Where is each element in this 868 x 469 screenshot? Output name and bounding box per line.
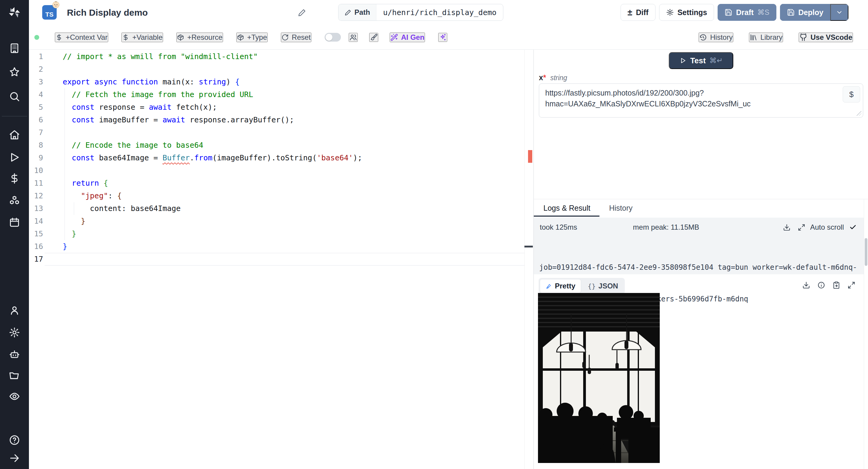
code-text: } — [63, 215, 85, 227]
code-line[interactable]: 6 const imageBuffer = await response.arr… — [29, 114, 533, 126]
download-result-icon[interactable] — [802, 281, 810, 289]
header-actions: ± Diff Settings Draft ⌘S Deploy — [621, 4, 848, 21]
tab-history[interactable]: History — [609, 199, 632, 216]
argument-input[interactable]: https://fastly.picsum.photos/id/192/200/… — [539, 84, 863, 118]
code-line[interactable]: 17 — [29, 253, 533, 265]
logs-container: took 125ms mem peak: 11.15MB Auto scroll… — [534, 218, 864, 274]
line-number: 10 — [29, 164, 43, 177]
code-line[interactable]: 1// import * as wmill from "windmill-cli… — [29, 50, 533, 63]
settings-gear-icon[interactable] — [9, 327, 20, 338]
code-text: // Fetch the image from the provided URL — [63, 88, 253, 101]
code-line[interactable]: 15 } — [29, 227, 533, 240]
code-line[interactable]: 2 — [29, 63, 533, 76]
script-path-chip[interactable]: Path u/henri/rich_display_demo — [338, 4, 503, 21]
code-line[interactable]: 12 "jpeg": { — [29, 190, 533, 202]
expand-logs-icon[interactable] — [798, 224, 805, 231]
info-icon[interactable] — [817, 281, 825, 289]
panel-scrollbar-track — [864, 199, 864, 469]
code-line[interactable]: 5 const response = await fetch(x); — [29, 101, 533, 114]
resize-grip[interactable] — [857, 111, 861, 116]
context-var-label: +Context Var — [66, 33, 107, 41]
panel-scrollbar-thumb[interactable] — [865, 238, 867, 266]
add-resource-button[interactable]: +Resource — [176, 33, 223, 42]
multiplayer-button[interactable] — [349, 33, 358, 42]
code-line[interactable]: 4 // Fetch the image from the provided U… — [29, 88, 533, 101]
code-line[interactable]: 14 } — [29, 215, 533, 227]
code-text: return { — [63, 177, 108, 190]
folders-icon[interactable] — [9, 370, 20, 381]
code-line[interactable]: 8 // Encode the image to base64 — [29, 139, 533, 152]
code-line[interactable]: 9 const base64Image = Buffer.from(imageB… — [29, 152, 533, 164]
settings-label: Settings — [678, 8, 707, 17]
home-icon[interactable] — [9, 129, 20, 141]
code-text: // Encode the image to base64 — [63, 139, 204, 152]
reset-button[interactable]: Reset — [281, 33, 311, 42]
code-line[interactable]: 3export async function main(x: string) { — [29, 76, 533, 88]
variables-dollar-icon[interactable] — [9, 173, 20, 184]
path-value: u/henri/rich_display_demo — [376, 4, 503, 21]
code-line[interactable]: 10 — [29, 164, 533, 177]
code-text: } — [63, 227, 76, 240]
test-button[interactable]: Test ⌘↵ — [669, 52, 733, 69]
deploy-dropdown-button[interactable] — [830, 4, 848, 21]
result-image[interactable] — [538, 293, 660, 463]
variable-label: +Variable — [132, 33, 162, 41]
ai-gen-button[interactable]: AI Gen — [390, 33, 425, 42]
copy-clipboard-icon[interactable] — [832, 281, 840, 289]
type-label: +Type — [247, 33, 267, 41]
diff-button[interactable]: ± Diff — [621, 4, 655, 21]
code-line[interactable]: 11 return { — [29, 177, 533, 190]
fullscreen-result-icon[interactable] — [847, 281, 855, 289]
code-line[interactable]: 13 content: base64Image — [29, 202, 533, 215]
add-variable-button[interactable]: +Variable — [121, 33, 163, 42]
windmill-logo-icon[interactable] — [8, 6, 21, 19]
resource-label: +Resource — [187, 33, 222, 41]
toggle-knob — [326, 34, 333, 41]
schedules-calendar-icon[interactable] — [9, 217, 20, 228]
script-emoji — [52, 1, 60, 9]
help-icon[interactable] — [9, 434, 20, 446]
sparkles-button[interactable] — [438, 33, 447, 42]
draft-button[interactable]: Draft ⌘S — [718, 4, 776, 21]
search-icon[interactable] — [9, 91, 20, 102]
workspace-icon[interactable] — [9, 42, 20, 54]
line-number: 14 — [29, 215, 43, 227]
insert-variable-button[interactable]: $ — [843, 86, 860, 102]
edit-summary-pencil-icon[interactable] — [298, 8, 306, 17]
history-label: History — [710, 33, 733, 41]
audit-eye-icon[interactable] — [9, 390, 20, 402]
auto-scroll-label[interactable]: Auto scroll — [810, 223, 844, 231]
overview-ruler — [524, 50, 525, 469]
settings-button[interactable]: Settings — [659, 4, 714, 21]
add-context-var-button[interactable]: +Context Var — [55, 33, 108, 42]
history-button[interactable]: History — [699, 33, 733, 42]
argument-value[interactable]: https://fastly.picsum.photos/id/192/200/… — [545, 87, 836, 109]
wand-sparkles-icon — [390, 33, 398, 41]
expand-sidebar-arrow-icon[interactable] — [9, 452, 20, 464]
cursor-position-marker — [524, 246, 533, 247]
dollar-icon — [56, 34, 63, 41]
check-icon[interactable] — [849, 224, 857, 231]
resources-boxes-icon[interactable] — [9, 195, 20, 206]
code-line[interactable]: 7 — [29, 126, 533, 139]
users-icon[interactable] — [9, 305, 20, 316]
editor-toolbar: +Context Var +Variable +Resource +Type R… — [29, 25, 868, 50]
favorites-star-icon[interactable] — [9, 66, 20, 78]
tab-logs-result[interactable]: Logs & Result — [544, 199, 590, 216]
tab-json[interactable]: {} JSON — [582, 279, 624, 293]
add-type-button[interactable]: +Type — [236, 33, 268, 42]
format-brush-button[interactable] — [369, 33, 378, 42]
workers-robot-icon[interactable] — [9, 348, 20, 360]
package-icon — [237, 34, 244, 41]
use-vscode-button[interactable]: Use VScode — [799, 33, 853, 42]
assistant-toggle[interactable] — [324, 33, 341, 41]
deploy-button[interactable]: Deploy — [780, 4, 830, 21]
json-label: JSON — [598, 282, 618, 290]
tab-pretty[interactable]: Pretty — [540, 279, 581, 293]
code-editor[interactable]: 1// import * as wmill from "windmill-cli… — [29, 50, 533, 469]
library-button[interactable]: Library — [749, 33, 783, 42]
code-line[interactable]: 16} — [29, 240, 533, 253]
download-logs-icon[interactable] — [783, 224, 790, 231]
runs-play-icon[interactable] — [9, 152, 20, 163]
memory-text: mem peak: 11.15MB — [633, 223, 699, 231]
